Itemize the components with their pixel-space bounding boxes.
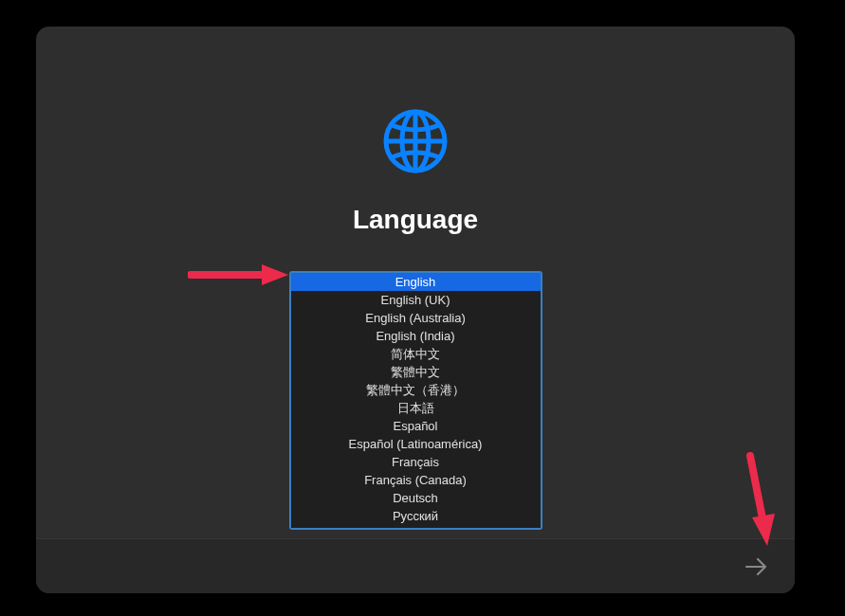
next-button[interactable] [744, 553, 770, 580]
language-item[interactable]: 简体中文 [291, 345, 541, 363]
language-item[interactable]: Русский [291, 507, 541, 525]
footer-bar [36, 538, 795, 593]
language-item[interactable]: English (UK) [291, 291, 541, 309]
language-item[interactable]: English (India) [291, 327, 541, 345]
language-item[interactable]: Español [291, 417, 541, 435]
language-list[interactable]: EnglishEnglish (UK)English (Australia)En… [291, 273, 541, 528]
language-item[interactable]: Français (Canada) [291, 471, 541, 489]
globe-icon [382, 108, 449, 178]
language-item[interactable]: 繁體中文 [291, 363, 541, 381]
language-item[interactable]: Deutsch [291, 489, 541, 507]
language-item[interactable]: English [291, 273, 541, 291]
language-item[interactable]: English (Australia) [291, 309, 541, 327]
page-title: Language [353, 205, 478, 235]
language-item[interactable]: Français [291, 453, 541, 471]
language-list-container: EnglishEnglish (UK)English (Australia)En… [289, 271, 542, 530]
arrow-right-icon [744, 556, 769, 577]
language-item[interactable]: 繁體中文（香港） [291, 381, 541, 399]
content-area: Language EnglishEnglish (UK)English (Aus… [36, 27, 795, 538]
language-item[interactable]: Español (Latinoamérica) [291, 435, 541, 453]
language-item[interactable]: 日本語 [291, 399, 541, 417]
setup-window: Language EnglishEnglish (UK)English (Aus… [36, 27, 795, 593]
